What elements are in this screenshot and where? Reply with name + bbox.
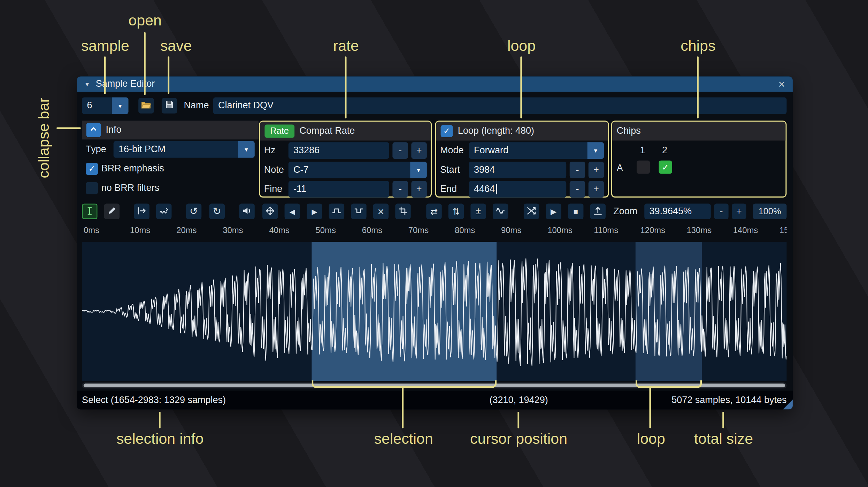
type-combo[interactable]: 16-bit PCM ▼ [114,141,255,158]
trim-button[interactable] [395,204,410,219]
loop-mode-dropdown-button[interactable]: ▼ [587,142,604,159]
horizontal-scrollbar[interactable] [82,382,786,388]
sample-name-input[interactable]: Clarinet DQV [213,98,787,114]
zoom-out-button[interactable]: - [714,204,728,219]
apply-silence-button[interactable] [351,204,366,219]
scrollbar-thumb[interactable] [84,384,785,387]
signedness-button[interactable]: ± [470,204,486,219]
info-section-title: Info [106,124,121,136]
fine-input[interactable]: -11 [289,181,389,198]
invert-button[interactable]: ⇅ [448,204,464,219]
loop-end-plus-button[interactable]: + [589,181,604,198]
fine-value: -11 [293,184,306,195]
open-sample-button[interactable] [138,98,154,113]
close-icon[interactable]: × [774,76,789,92]
loop-start-minus-button[interactable]: - [570,162,585,178]
insert-silence-button[interactable] [329,204,344,219]
reverse-icon: ⇄ [430,206,438,217]
reverse-button[interactable]: ⇄ [426,204,441,219]
sample-number-dropdown-button[interactable]: ▼ [112,98,129,114]
note-dropdown-button[interactable]: ▼ [410,162,427,178]
select-tool-button[interactable] [82,204,97,219]
note-combo[interactable]: C-7 ▼ [289,162,427,178]
redo-button[interactable]: ↻ [209,204,225,219]
undo-button[interactable]: ↺ [186,204,201,219]
timeline-ruler[interactable]: 0ms10ms20ms30ms40ms50ms60ms70ms80ms90ms1… [82,224,786,238]
fade-out-button[interactable]: ▶ [307,204,322,219]
status-bar: Select (1654-2983: 1329 samples) (3210, … [77,391,793,410]
stop-button[interactable]: ■ [568,204,583,219]
loop-end-input[interactable]: 4464 [469,181,567,198]
resample-button[interactable] [156,204,171,219]
no-brr-filters-label: no BRR filters [101,183,160,194]
normalize-button[interactable] [262,204,278,219]
annotation-cursor-position-label: cursor position [470,431,567,448]
window-collapse-icon[interactable]: ▼ [84,81,90,87]
fine-plus-button[interactable]: + [411,181,427,198]
timeline-label: 30ms [223,225,243,235]
waveform-path [82,258,786,366]
chip-a1-checkbox[interactable] [637,161,650,174]
zoom-reset-button[interactable]: 100% [753,204,787,219]
brr-emphasis-checkbox[interactable]: ✓ [86,163,98,175]
loop-start-plus-button[interactable]: + [589,162,604,178]
rate-badge-button[interactable]: Rate [264,124,294,138]
filter-button[interactable] [493,204,508,219]
mode-row: Mode Forward ▼ [440,142,604,159]
loop-end-minus-button[interactable]: - [570,181,585,198]
folder-open-icon [141,100,152,111]
annotation-save-label: save [160,38,192,55]
loop-section-header: ✓ Loop (length: 480) [436,122,608,141]
page-background: ▼ Sample Editor × 6 ▼ Name Clarinet DQV [0,0,868,487]
collapse-bar-button[interactable] [86,123,101,137]
crossfade-loop-button[interactable] [524,204,539,219]
timeline-label: 60ms [362,225,382,235]
chevron-up-icon [89,124,98,136]
chip-row-a-label: A [617,163,623,174]
rate-section-title: Compat Rate [299,126,355,137]
zoom-in-button[interactable]: + [732,204,746,219]
waveform-view[interactable] [82,242,786,381]
delete-button[interactable]: × [373,204,389,219]
amplify-button[interactable] [239,204,254,219]
chip-column-1-label: 1 [640,145,645,156]
total-size-text: 5072 samples, 10144 bytes [671,395,786,406]
window-resize-handle[interactable] [783,400,793,410]
type-dropdown-button[interactable]: ▼ [238,141,255,158]
hz-minus-button[interactable]: - [392,142,408,159]
annotation-selection-info-line [159,412,161,428]
create-wavetable-button[interactable] [590,204,606,219]
loop-start-input[interactable]: 3984 [469,162,567,178]
save-sample-button[interactable] [162,98,177,113]
hz-plus-button[interactable]: + [411,142,427,159]
resize-button[interactable] [134,204,149,219]
timeline-label: 110ms [594,225,618,235]
sample-number-value: 6 [87,100,92,111]
draw-tool-button[interactable] [104,204,120,219]
fine-minus-button[interactable]: - [392,181,408,198]
info-section-header: Info [82,121,259,139]
sample-number-combo[interactable]: 6 ▼ [82,98,128,114]
note-value: C-7 [293,164,309,176]
note-label: Note [264,164,285,176]
no-brr-filters-row: no BRR filters [86,180,255,196]
zoom-input[interactable]: 39.9645% [644,204,711,219]
sample-name-value: Clarinet DQV [218,100,274,111]
loop-enable-checkbox[interactable]: ✓ [441,125,453,137]
annotation-total-size-line [722,412,724,428]
stop-icon: ■ [573,207,578,216]
loop-start-row: Start 3984 - + [440,162,604,178]
loop-mode-combo[interactable]: Forward ▼ [469,142,604,159]
text-cursor [496,184,497,194]
hz-input[interactable]: 33286 [289,142,389,159]
no-brr-filters-checkbox[interactable] [86,182,98,194]
timeline-label: 70ms [408,225,429,235]
window-titlebar[interactable]: ▼ Sample Editor × [77,76,793,92]
timeline-label: 20ms [176,225,197,235]
fade-in-button[interactable]: ◀ [285,204,300,219]
timeline-label: 40ms [269,225,289,235]
zoom-value: 39.9645% [649,206,692,217]
note-row: Note C-7 ▼ [264,162,427,178]
chip-a2-checkbox[interactable]: ✓ [659,161,672,174]
preview-button[interactable]: ▶ [546,204,561,219]
